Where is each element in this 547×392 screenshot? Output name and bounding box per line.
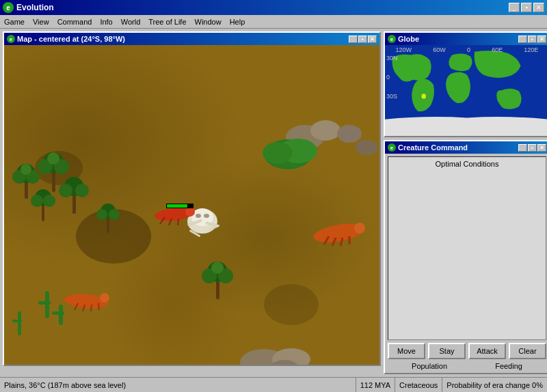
svg-point-67: [185, 207, 195, 216]
globe-restore-btn[interactable]: ▪: [528, 36, 537, 43]
map-content[interactable]: [4, 45, 379, 365]
globe-longitude-labels: 120W 60W 0 60E 120E: [385, 46, 547, 53]
globe-panel-icon: e: [388, 35, 396, 43]
map-close-btn[interactable]: ✕: [368, 36, 377, 43]
right-panels: e Globe _ ▪ ✕ 120W 60W 0 60E 120E: [381, 31, 547, 374]
close-button[interactable]: ✕: [533, 3, 544, 12]
menu-tree-of-life[interactable]: Tree of Life: [144, 16, 190, 27]
status-bar: Plains, 36°C (187m above sea level) 112 …: [0, 377, 547, 392]
command-buttons: Move Stay Attack Clear: [388, 343, 546, 359]
svg-point-27: [75, 184, 89, 197]
globe-lat-30s: 30S: [386, 93, 398, 100]
map-svg: [4, 45, 379, 365]
creature-command-panel: e Creature Command _ ▪ ✕ Optimal Conditi…: [384, 140, 547, 374]
svg-line-56: [91, 305, 92, 311]
feeding-label: Feeding: [495, 362, 522, 370]
menu-info[interactable]: Info: [96, 16, 116, 27]
creature-title-text: Creature Command: [398, 143, 516, 152]
creature-panel-buttons: _ ▪ ✕: [518, 144, 546, 152]
globe-lat-30n: 30N: [386, 55, 398, 61]
minimize-button[interactable]: _: [509, 3, 520, 12]
svg-line-70: [178, 219, 178, 225]
svg-point-5: [337, 125, 362, 143]
svg-point-31: [109, 209, 120, 220]
svg-point-22: [31, 195, 43, 207]
map-restore-btn[interactable]: ▪: [358, 36, 367, 43]
status-mya: 112 MYA: [356, 378, 395, 392]
menu-window[interactable]: Window: [191, 16, 226, 27]
svg-point-36: [211, 262, 224, 274]
map-panel-icon: e: [7, 35, 15, 43]
creature-close-btn[interactable]: ✕: [537, 144, 546, 152]
map-title-bar: e Map - centered at (24°S, 98°W) _ ▪ ✕: [4, 33, 379, 45]
globe-panel: e Globe _ ▪ ✕ 120W 60W 0 60E 120E: [384, 31, 547, 137]
menu-view[interactable]: View: [29, 16, 53, 27]
map-title-text: Map - centered at (24°S, 98°W): [17, 35, 347, 43]
globe-panel-buttons: _ ▪ ✕: [518, 36, 546, 43]
svg-point-39: [263, 142, 293, 164]
globe-title-bar: e Globe _ ▪ ✕: [385, 33, 547, 45]
globe-svg: [385, 45, 547, 136]
svg-point-61: [204, 214, 209, 218]
svg-rect-41: [38, 301, 51, 305]
globe-lon-120w: 120W: [396, 46, 412, 53]
globe-title-text: Globe: [398, 35, 516, 43]
svg-point-6: [356, 140, 377, 155]
title-bar: e Evolution _ ▪ ✕: [0, 0, 547, 15]
optimal-conditions-area: Optimal Conditions: [388, 156, 546, 340]
svg-point-23: [43, 195, 55, 207]
globe-close-btn[interactable]: ✕: [537, 36, 546, 43]
globe-lon-60w: 60W: [433, 46, 446, 53]
menu-command[interactable]: Command: [53, 16, 96, 27]
title-bar-buttons: _ ▪ ✕: [509, 3, 544, 12]
svg-point-60: [196, 214, 201, 218]
svg-rect-45: [12, 320, 22, 322]
svg-point-30: [96, 209, 107, 220]
status-era: Cretaceous: [395, 378, 442, 392]
globe-latitude-labels: 30N 0 30S: [386, 55, 398, 100]
svg-point-2: [264, 284, 319, 325]
globe-lon-120e: 120E: [524, 46, 538, 53]
svg-point-19: [47, 152, 59, 165]
svg-point-53: [100, 293, 109, 303]
svg-rect-43: [52, 311, 64, 315]
status-probability: Probability of era change 0%: [442, 378, 547, 392]
globe-lon-60e: 60E: [492, 46, 503, 53]
restore-button[interactable]: ▪: [521, 3, 532, 12]
map-minimize-btn[interactable]: _: [349, 36, 358, 43]
svg-point-74: [421, 94, 426, 98]
status-terrain: Plains, 36°C (187m above sea level): [0, 378, 356, 392]
creature-panel-icon: e: [388, 143, 396, 152]
creature-minimize-btn[interactable]: _: [518, 144, 527, 152]
app-title: Evolution: [16, 3, 506, 12]
menu-bar: Game View Command Info World Tree of Lif…: [0, 15, 547, 29]
svg-line-57: [98, 303, 99, 310]
population-label: Population: [412, 362, 447, 370]
app-icon: e: [3, 2, 14, 13]
creature-title-bar: e Creature Command _ ▪ ✕: [385, 141, 547, 154]
main-content: e Map - centered at (24°S, 98°W) _ ▪ ✕: [0, 29, 547, 377]
clear-button[interactable]: Clear: [509, 343, 546, 359]
map-panel-buttons: _ ▪ ✕: [349, 36, 377, 43]
globe-lat-0: 0: [386, 74, 398, 81]
globe-lon-0: 0: [467, 46, 470, 53]
attack-button[interactable]: Attack: [468, 343, 506, 359]
globe-minimize-btn[interactable]: _: [518, 36, 527, 43]
creature-restore-btn[interactable]: ▪: [528, 144, 537, 152]
map-panel: e Map - centered at (24°S, 98°W) _ ▪ ✕: [3, 31, 381, 366]
svg-point-14: [21, 164, 31, 175]
menu-game[interactable]: Game: [0, 16, 29, 27]
menu-world[interactable]: World: [117, 16, 145, 27]
creature-content: Optimal Conditions Move Stay Attack Clea…: [385, 154, 547, 373]
svg-rect-72: [167, 204, 187, 208]
svg-point-26: [59, 184, 72, 197]
menu-help[interactable]: Help: [226, 16, 250, 27]
move-button[interactable]: Move: [388, 343, 425, 359]
svg-point-47: [354, 223, 365, 234]
globe-content: 120W 60W 0 60E 120E 30N 0 30S: [385, 45, 547, 136]
population-feeding-row: Population Feeding: [388, 362, 546, 370]
stay-button[interactable]: Stay: [428, 343, 466, 359]
svg-point-4: [310, 120, 341, 141]
svg-rect-44: [18, 311, 21, 335]
optimal-conditions-label: Optimal Conditions: [436, 160, 499, 168]
